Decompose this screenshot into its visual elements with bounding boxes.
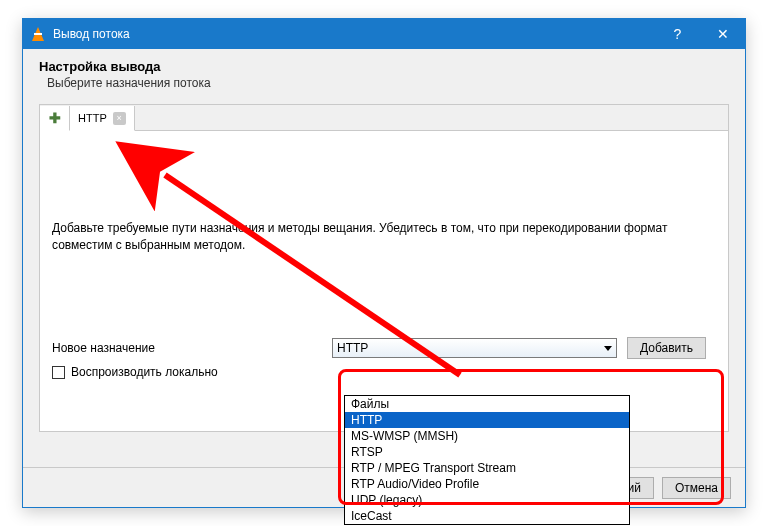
dropdown-option[interactable]: Файлы bbox=[345, 396, 629, 412]
section-title: Настройка вывода bbox=[39, 59, 729, 74]
dropdown-option[interactable]: HTTP bbox=[345, 412, 629, 428]
combobox-value: HTTP bbox=[337, 341, 368, 355]
play-locally-checkbox[interactable] bbox=[52, 366, 65, 379]
tab-close-icon[interactable]: × bbox=[113, 112, 126, 125]
dropdown-option[interactable]: UDP (legacy) bbox=[345, 492, 629, 508]
section-header: Настройка вывода Выберите назначения пот… bbox=[23, 49, 745, 94]
tab-http[interactable]: HTTP × bbox=[70, 106, 135, 131]
play-locally-label: Воспроизводить локально bbox=[71, 365, 218, 379]
destination-dropdown-list[interactable]: ФайлыHTTPMS-WMSP (MMSH)RTSPRTP / MPEG Tr… bbox=[344, 395, 630, 525]
section-subtitle: Выберите назначения потока bbox=[47, 76, 729, 90]
tab-strip: ✚ HTTP × bbox=[40, 105, 728, 131]
app-cone-icon bbox=[29, 25, 47, 43]
instruction-text: Добавьте требуемые пути назначения и мет… bbox=[52, 220, 716, 254]
destination-combobox[interactable]: HTTP bbox=[332, 338, 617, 358]
new-destination-row: Новое назначение HTTP Добавить bbox=[52, 337, 716, 359]
new-destination-label: Новое назначение bbox=[52, 341, 322, 355]
cancel-button[interactable]: Отмена bbox=[662, 477, 731, 499]
close-button[interactable]: ✕ bbox=[700, 19, 745, 49]
tab-add[interactable]: ✚ bbox=[40, 106, 70, 131]
play-locally-row: Воспроизводить локально bbox=[52, 365, 218, 379]
window-title: Вывод потока bbox=[53, 27, 655, 41]
dropdown-option[interactable]: IceCast bbox=[345, 508, 629, 524]
dropdown-option[interactable]: RTP Audio/Video Profile bbox=[345, 476, 629, 492]
destination-panel: ✚ HTTP × Добавьте требуемые пути назначе… bbox=[39, 104, 729, 432]
add-button[interactable]: Добавить bbox=[627, 337, 706, 359]
dropdown-option[interactable]: RTP / MPEG Transport Stream bbox=[345, 460, 629, 476]
titlebar[interactable]: Вывод потока ? ✕ bbox=[23, 19, 745, 49]
dropdown-option[interactable]: MS-WMSP (MMSH) bbox=[345, 428, 629, 444]
help-button[interactable]: ? bbox=[655, 19, 700, 49]
dropdown-option[interactable]: RTSP bbox=[345, 444, 629, 460]
tab-label: HTTP bbox=[78, 112, 107, 124]
plus-icon: ✚ bbox=[49, 110, 61, 126]
